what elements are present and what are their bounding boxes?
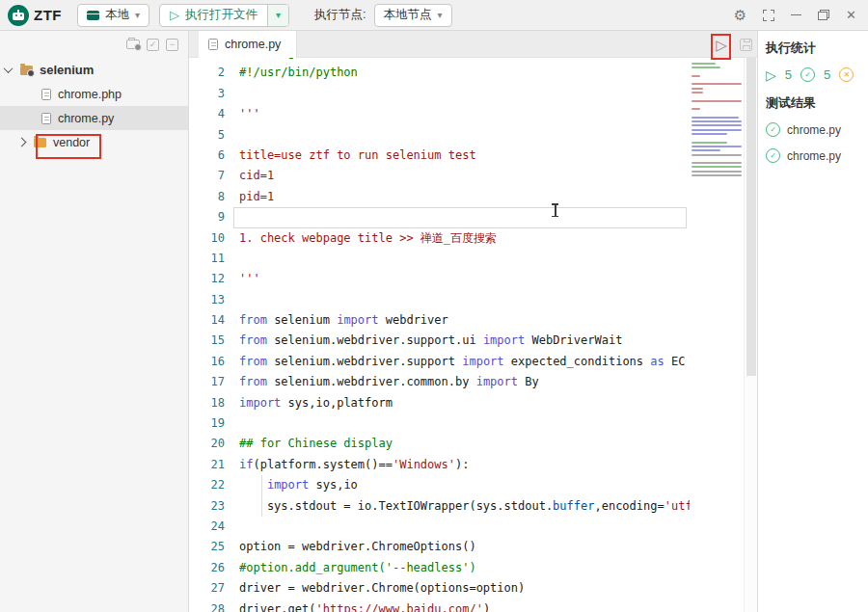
minimap[interactable] xyxy=(690,58,744,612)
code-line-21[interactable]: 21if(platform.system()=='Windows'): xyxy=(189,455,757,475)
results-title: 测试结果 xyxy=(766,94,868,112)
minimap-line xyxy=(692,146,742,147)
minimap-line xyxy=(692,174,742,176)
file-icon xyxy=(208,39,218,50)
code-line-26[interactable]: 26#option.add_argument('--headless') xyxy=(189,558,757,578)
code-line-11[interactable]: 11 xyxy=(189,249,757,269)
minimize-icon[interactable] xyxy=(791,14,801,16)
run-current-file-button[interactable]: ▷ xyxy=(713,38,730,52)
run-open-file-button[interactable]: ▷ 执行打开文件 ▾ xyxy=(159,4,289,27)
workspace-dropdown[interactable]: 本地 ▾ xyxy=(77,4,149,27)
code-line-25[interactable]: 25option = webdriver.ChromeOptions() xyxy=(189,537,757,557)
robot-icon xyxy=(8,5,29,26)
node-dropdown[interactable]: 本地节点 ▾ xyxy=(374,4,452,27)
minimap-line xyxy=(692,83,742,85)
minimap-line xyxy=(692,92,703,93)
fullscreen-icon[interactable] xyxy=(763,10,774,21)
code-line-9[interactable]: 9 xyxy=(189,207,757,227)
code-line-12[interactable]: 12''' xyxy=(189,269,757,289)
window-controls: ⚙ ✕ xyxy=(734,8,860,22)
code-line-2[interactable]: 2#!/usr/bin/python xyxy=(189,63,757,83)
code-line-4[interactable]: 4''' xyxy=(189,104,757,124)
code-lines: 1# coding=utf-82#!/usr/bin/python34'''56… xyxy=(189,58,757,612)
code-line-16[interactable]: 16from selenium.webdriver.support import… xyxy=(189,352,757,372)
minimap-line xyxy=(692,162,742,164)
code-area[interactable]: 1# coding=utf-82#!/usr/bin/python34'''56… xyxy=(189,58,757,612)
minimap-line xyxy=(692,113,742,115)
file-icon xyxy=(41,89,51,100)
chevron-down-icon: ▾ xyxy=(438,11,443,20)
main-area: ✓ − seleniumchrome.phpchrome.pyvendor ch… xyxy=(0,31,868,612)
code-line-24[interactable]: 24 xyxy=(189,517,757,537)
app-logo: ZTF xyxy=(8,5,62,26)
tree-item-label: chrome.py xyxy=(58,112,114,125)
code-line-14[interactable]: 14from selenium import webdriver xyxy=(189,310,757,331)
collapse-all-icon[interactable]: − xyxy=(166,39,178,51)
line-content: ## for Chinese display xyxy=(239,434,393,454)
line-number: 24 xyxy=(189,517,225,537)
save-icon[interactable] xyxy=(740,39,752,51)
tree-item-chrome-php[interactable]: chrome.php xyxy=(0,82,188,106)
code-line-7[interactable]: 7cid=1 xyxy=(189,166,757,186)
tree-item-vendor[interactable]: vendor xyxy=(0,130,188,154)
result-item[interactable]: ✓chrome.py xyxy=(766,148,868,163)
chevron-down-icon: ▾ xyxy=(276,11,281,20)
editor: chrome.py ▷ 1# coding=utf-82#!/usr/bin/p… xyxy=(189,31,757,612)
line-content: ''' xyxy=(239,104,260,124)
code-line-18[interactable]: 18import sys,io,platform xyxy=(189,393,757,413)
code-line-3[interactable]: 3 xyxy=(189,84,757,104)
results-list: ✓chrome.py✓chrome.py xyxy=(766,122,868,163)
code-line-22[interactable]: 22 import sys,io xyxy=(189,475,757,495)
workdir-settings-icon[interactable] xyxy=(126,40,140,49)
line-number: 8 xyxy=(189,187,225,207)
tree-item-chrome-py[interactable]: chrome.py xyxy=(0,106,188,130)
minimap-line xyxy=(692,120,742,122)
code-line-15[interactable]: 15from selenium.webdriver.support.ui imp… xyxy=(189,331,757,351)
line-number: 5 xyxy=(189,125,225,146)
tree-item-selenium[interactable]: selenium xyxy=(0,58,188,82)
play-icon: ▷ xyxy=(170,9,179,21)
pass-check-icon: ✓ xyxy=(766,148,780,163)
code-line-10[interactable]: 101. check webpage title >> 禅道_百度搜索 xyxy=(189,228,757,249)
minimap-line xyxy=(692,133,727,135)
run-options-dropdown[interactable]: ▾ xyxy=(267,5,288,26)
run-count: 5 xyxy=(785,67,792,82)
check-square-icon[interactable]: ✓ xyxy=(147,39,159,51)
scrollbar-thumb[interactable] xyxy=(746,58,756,376)
chevron-down-icon[interactable] xyxy=(4,64,14,73)
code-line-5[interactable]: 5 xyxy=(189,125,757,146)
tree-item-label: vendor xyxy=(53,136,90,149)
code-line-20[interactable]: 20## for Chinese display xyxy=(189,434,757,454)
code-line-13[interactable]: 13 xyxy=(189,290,757,310)
line-number: 15 xyxy=(189,331,225,351)
code-line-17[interactable]: 17from selenium.webdriver.common.by impo… xyxy=(189,372,757,392)
code-line-8[interactable]: 8pid=1 xyxy=(189,187,757,207)
ztf-app-window: ZTF 本地 ▾ ▷ 执行打开文件 ▾ 执行节点: 本地节点 ▾ ⚙ ✕ xyxy=(0,0,868,612)
code-line-27[interactable]: 27driver = webdriver.Chrome(options=opti… xyxy=(189,578,757,599)
line-number: 27 xyxy=(189,578,225,599)
chevron-right-icon[interactable] xyxy=(17,138,27,147)
line-content: from selenium.webdriver.support import e… xyxy=(239,352,685,372)
settings-gear-icon[interactable]: ⚙ xyxy=(734,8,746,22)
editor-scrollbar[interactable] xyxy=(744,58,757,612)
sidebar: ✓ − seleniumchrome.phpchrome.pyvendor xyxy=(0,31,189,612)
line-number: 7 xyxy=(189,166,225,186)
minimap-line xyxy=(692,71,742,73)
code-line-28[interactable]: 28driver.get('https://www.baidu.com/') xyxy=(189,599,757,612)
code-line-6[interactable]: 6title=use ztf to run selenium test xyxy=(189,146,757,166)
line-number: 14 xyxy=(189,310,225,331)
run-open-file-main[interactable]: ▷ 执行打开文件 xyxy=(160,5,267,26)
titlebar: ZTF 本地 ▾ ▷ 执行打开文件 ▾ 执行节点: 本地节点 ▾ ⚙ ✕ xyxy=(0,0,868,31)
code-line-23[interactable]: 23 sys.stdout = io.TextIOWrapper(sys.std… xyxy=(189,496,757,517)
line-content: from selenium.webdriver.common.by import… xyxy=(239,372,539,392)
sidebar-toolbar: ✓ − xyxy=(0,31,188,58)
close-icon[interactable]: ✕ xyxy=(846,9,856,21)
line-number: 25 xyxy=(189,537,225,557)
tab-chrome-py[interactable]: chrome.py xyxy=(199,31,297,58)
line-number: 4 xyxy=(189,104,225,124)
result-item[interactable]: ✓chrome.py xyxy=(766,122,868,137)
restore-icon[interactable] xyxy=(818,10,829,20)
line-content: #option.add_argument('--headless') xyxy=(239,558,476,578)
code-line-19[interactable]: 19 xyxy=(189,413,757,434)
line-content: if(platform.system()=='Windows'): xyxy=(239,455,469,475)
